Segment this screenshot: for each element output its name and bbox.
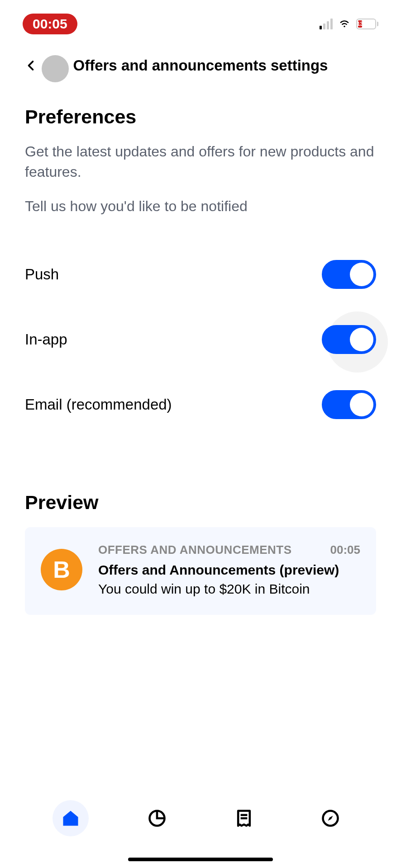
cellular-signal-icon [320,19,333,29]
preferences-title: Preferences [25,106,376,128]
touch-indicator [42,55,69,82]
preview-category: OFFERS AND ANNOUNCEMENTS [98,543,292,557]
nav-home[interactable] [53,800,89,836]
battery-icon: 13 [356,19,378,29]
bottom-nav [0,787,401,850]
status-bar: 00:05 13 [0,0,401,43]
preferences-description: Get the latest updates and offers for ne… [25,142,376,182]
page-title: Offers and announcements settings [18,57,383,74]
toggle-label: Email (recommended) [25,396,172,413]
toggle-row-email: Email (recommended) [25,372,376,437]
preview-card: B OFFERS AND ANNOUNCEMENTS 00:05 Offers … [25,527,376,615]
back-button[interactable] [18,53,43,78]
status-time: 00:05 [23,14,77,34]
toggle-label: In-app [25,331,67,348]
toggle-row-inapp: In-app [25,307,376,372]
wifi-icon [338,17,351,31]
preview-heading: Offers and Announcements (preview) [98,562,360,578]
nav-receipt[interactable] [226,800,262,836]
push-toggle[interactable] [322,260,376,289]
toggle-row-push: Push [25,242,376,307]
toggle-label: Push [25,266,59,283]
email-toggle[interactable] [322,390,376,419]
home-indicator[interactable] [128,858,273,861]
status-icons: 13 [320,17,378,31]
nav-portfolio[interactable] [139,800,175,836]
preview-time: 00:05 [330,543,361,557]
preview-body: You could win up to $20K in Bitcoin [98,581,360,597]
page-header: Offers and announcements settings [0,43,401,88]
nav-explore[interactable] [312,800,348,836]
inapp-toggle[interactable] [322,325,376,354]
preferences-subtext: Tell us how you'd like to be notified [25,198,376,215]
bitcoin-icon: B [41,549,82,590]
preview-title: Preview [25,491,376,514]
